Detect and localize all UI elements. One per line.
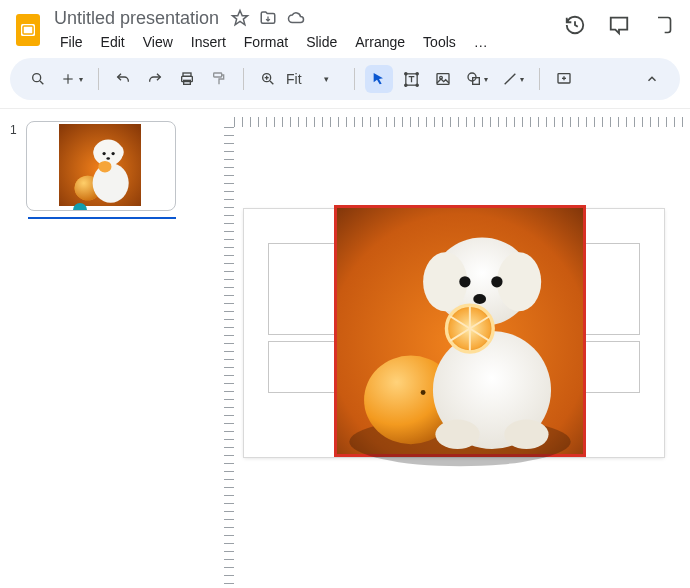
svg-point-21 — [416, 84, 418, 86]
selected-image[interactable] — [334, 205, 586, 457]
collapse-toolbar-icon[interactable] — [638, 65, 666, 93]
insert-image-icon[interactable] — [429, 65, 457, 93]
doc-title[interactable]: Untitled presentation — [52, 8, 221, 29]
svg-point-45 — [421, 390, 426, 395]
menu-arrange[interactable]: Arrange — [347, 32, 413, 52]
toolbar: ▾ Fit ▾ — [10, 58, 680, 100]
svg-rect-22 — [437, 74, 449, 85]
print-icon[interactable] — [173, 65, 201, 93]
search-menus-icon[interactable] — [24, 65, 52, 93]
svg-point-48 — [504, 420, 548, 450]
svg-rect-11 — [184, 80, 191, 84]
cloud-status-icon[interactable] — [287, 9, 305, 27]
slides-logo[interactable] — [10, 8, 46, 52]
menu-slide[interactable]: Slide — [298, 32, 345, 52]
separator — [354, 68, 355, 90]
svg-rect-12 — [214, 73, 222, 77]
menu-format[interactable]: Format — [236, 32, 296, 52]
svg-line-6 — [40, 81, 43, 84]
move-folder-icon[interactable] — [259, 9, 277, 27]
zoom-select[interactable]: Fit ▾ — [286, 71, 344, 87]
svg-line-26 — [505, 74, 516, 85]
vertical-ruler — [216, 127, 234, 585]
svg-point-36 — [93, 145, 104, 158]
new-slide-button[interactable]: ▾ — [56, 65, 88, 93]
shape-icon[interactable]: ▾ — [461, 65, 493, 93]
svg-point-20 — [404, 84, 406, 86]
svg-marker-4 — [233, 11, 248, 25]
present-icon[interactable] — [652, 14, 674, 36]
slide-canvas-area — [204, 109, 690, 585]
chevron-down-icon[interactable]: ▾ — [79, 75, 83, 84]
slide-thumbnail[interactable] — [26, 121, 176, 211]
undo-icon[interactable] — [109, 65, 137, 93]
filmstrip: 1 — [0, 109, 204, 585]
menu-more[interactable]: … — [466, 32, 496, 52]
zoom-icon[interactable] — [254, 65, 282, 93]
slide-number: 1 — [10, 121, 18, 211]
svg-rect-3 — [23, 26, 33, 34]
svg-point-41 — [98, 161, 111, 172]
horizontal-ruler — [234, 109, 690, 127]
svg-point-47 — [435, 420, 479, 450]
line-icon[interactable]: ▾ — [497, 65, 529, 93]
star-icon[interactable] — [231, 9, 249, 27]
svg-point-37 — [112, 145, 123, 158]
menu-tools[interactable]: Tools — [415, 32, 464, 52]
separator — [98, 68, 99, 90]
select-tool-icon[interactable] — [365, 65, 393, 93]
paint-format-icon[interactable] — [205, 65, 233, 93]
menu-insert[interactable]: Insert — [183, 32, 234, 52]
svg-point-40 — [106, 157, 110, 160]
menu-view[interactable]: View — [135, 32, 181, 52]
svg-point-19 — [416, 72, 418, 74]
svg-point-53 — [491, 276, 502, 287]
chevron-down-icon[interactable]: ▾ — [520, 75, 524, 84]
svg-point-18 — [404, 72, 406, 74]
menu-bar: File Edit View Insert Format Slide Arran… — [52, 32, 564, 52]
history-icon[interactable] — [564, 14, 586, 36]
svg-point-39 — [111, 152, 114, 155]
svg-line-14 — [270, 81, 273, 84]
menu-edit[interactable]: Edit — [93, 32, 133, 52]
separator — [243, 68, 244, 90]
chevron-down-icon[interactable]: ▾ — [324, 74, 329, 84]
separator — [539, 68, 540, 90]
svg-point-52 — [459, 276, 470, 287]
menu-file[interactable]: File — [52, 32, 91, 52]
thumbnail-selection-underline — [28, 217, 176, 219]
textbox-icon[interactable] — [397, 65, 425, 93]
svg-point-38 — [102, 152, 105, 155]
zoom-label: Fit — [286, 71, 302, 87]
redo-icon[interactable] — [141, 65, 169, 93]
svg-point-51 — [497, 252, 541, 311]
comments-icon[interactable] — [608, 14, 630, 36]
svg-point-5 — [33, 74, 41, 82]
chevron-down-icon[interactable]: ▾ — [484, 75, 488, 84]
speaker-notes-indicator — [73, 203, 87, 211]
add-comment-icon[interactable] — [550, 65, 578, 93]
svg-point-54 — [473, 294, 486, 304]
